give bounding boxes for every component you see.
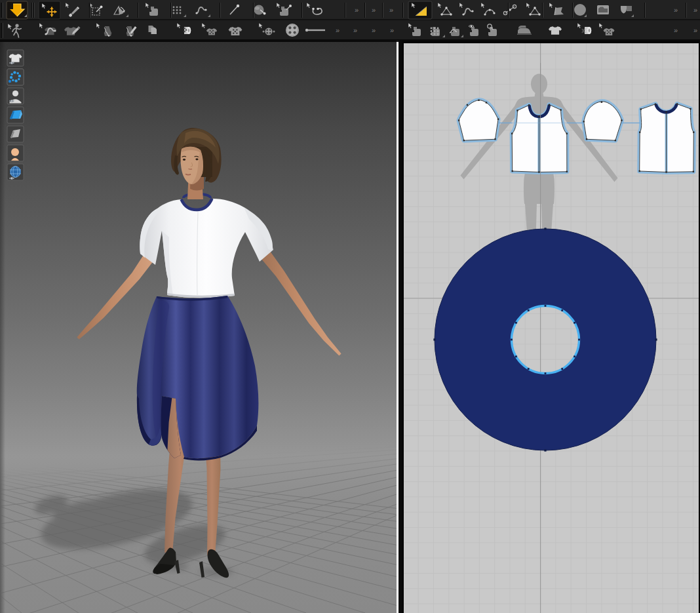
svg-text:»: »: [372, 26, 376, 34]
svg-text:»: »: [693, 26, 697, 34]
svg-text:»: »: [372, 6, 376, 14]
svg-text:»: »: [674, 26, 678, 34]
svg-text:»: »: [674, 6, 678, 14]
svg-text:»: »: [390, 26, 394, 34]
svg-text:»: »: [389, 6, 393, 14]
svg-text:»: »: [355, 6, 359, 14]
svg-text:»: »: [353, 26, 357, 34]
svg-text:»: »: [336, 26, 340, 34]
svg-text:»: »: [693, 6, 697, 14]
